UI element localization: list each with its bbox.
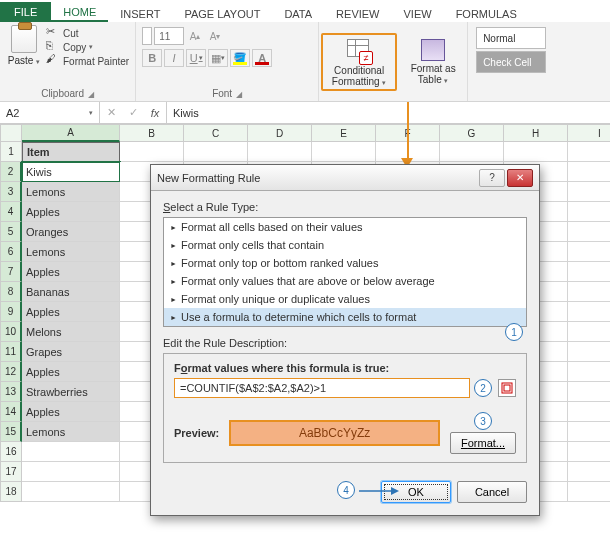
cell-A12[interactable]: Apples [22, 362, 120, 382]
column-header-I[interactable]: I [568, 124, 610, 142]
enter-entry-icon[interactable]: ✓ [122, 106, 144, 119]
cell-A10[interactable]: Melons [22, 322, 120, 342]
column-header-E[interactable]: E [312, 124, 376, 142]
cell-I12[interactable] [568, 362, 610, 382]
cell-A14[interactable]: Apples [22, 402, 120, 422]
copy-button[interactable]: Copy ▾ [46, 41, 129, 53]
row-header-18[interactable]: 18 [0, 482, 22, 502]
cell-A17[interactable] [22, 462, 120, 482]
tab-pagelayout[interactable]: PAGE LAYOUT [172, 4, 272, 22]
select-all-corner[interactable] [0, 124, 22, 142]
font-size-dropdown[interactable]: 11 [154, 27, 184, 45]
row-header-12[interactable]: 12 [0, 362, 22, 382]
borders-button[interactable]: ▦▾ [208, 49, 228, 67]
tab-file[interactable]: FILE [0, 2, 51, 22]
cell-A6[interactable]: Lemons [22, 242, 120, 262]
format-button[interactable]: Format... [450, 432, 516, 454]
cell-H1[interactable] [504, 142, 568, 162]
cell-A4[interactable]: Apples [22, 202, 120, 222]
column-header-H[interactable]: H [504, 124, 568, 142]
row-header-16[interactable]: 16 [0, 442, 22, 462]
cell-I6[interactable] [568, 242, 610, 262]
cell-E1[interactable] [312, 142, 376, 162]
dialog-titlebar[interactable]: New Formatting Rule ? ✕ [151, 165, 539, 191]
cell-B1[interactable] [120, 142, 184, 162]
cell-I16[interactable] [568, 442, 610, 462]
rule-type-option-0[interactable]: Format all cells based on their values [164, 218, 526, 236]
cell-A1[interactable]: Item [22, 142, 120, 162]
rule-type-option-1[interactable]: Format only cells that contain [164, 236, 526, 254]
dialog-help-button[interactable]: ? [479, 169, 505, 187]
cell-style-check-cell[interactable]: Check Cell [476, 51, 546, 73]
conditional-formatting-button[interactable]: ≠ Conditional Formatting ▾ [327, 37, 391, 87]
tab-view[interactable]: VIEW [392, 4, 444, 22]
row-header-11[interactable]: 11 [0, 342, 22, 362]
cell-I1[interactable] [568, 142, 610, 162]
row-header-1[interactable]: 1 [0, 142, 22, 162]
cell-I18[interactable] [568, 482, 610, 502]
cell-A7[interactable]: Apples [22, 262, 120, 282]
cell-A16[interactable] [22, 442, 120, 462]
column-header-G[interactable]: G [440, 124, 504, 142]
cell-G1[interactable] [440, 142, 504, 162]
rule-type-option-5[interactable]: Use a formula to determine which cells t… [164, 308, 526, 326]
cell-style-normal[interactable]: Normal [476, 27, 546, 49]
tab-formulas[interactable]: FORMULAS [444, 4, 529, 22]
bold-button[interactable]: B [142, 49, 162, 67]
format-as-table-button[interactable]: Format as Table ▾ [401, 39, 465, 85]
cell-C1[interactable] [184, 142, 248, 162]
cell-I2[interactable] [568, 162, 610, 182]
tab-data[interactable]: DATA [272, 4, 324, 22]
column-header-A[interactable]: A [22, 124, 120, 142]
cut-button[interactable]: Cut [46, 27, 129, 39]
name-box[interactable]: A2▾ [0, 102, 100, 123]
fx-icon[interactable]: fx [144, 107, 166, 119]
cell-A9[interactable]: Apples [22, 302, 120, 322]
row-header-4[interactable]: 4 [0, 202, 22, 222]
row-header-15[interactable]: 15 [0, 422, 22, 442]
cell-I9[interactable] [568, 302, 610, 322]
row-header-10[interactable]: 10 [0, 322, 22, 342]
column-header-C[interactable]: C [184, 124, 248, 142]
cell-I8[interactable] [568, 282, 610, 302]
cell-I3[interactable] [568, 182, 610, 202]
dialog-close-button[interactable]: ✕ [507, 169, 533, 187]
shrink-font-button[interactable]: A▾ [206, 27, 224, 45]
cell-I15[interactable] [568, 422, 610, 442]
fill-color-button[interactable]: 🪣 [230, 49, 250, 67]
column-header-D[interactable]: D [248, 124, 312, 142]
font-name-dropdown[interactable] [142, 27, 152, 45]
cell-A3[interactable]: Lemons [22, 182, 120, 202]
cell-A8[interactable]: Bananas [22, 282, 120, 302]
rule-type-option-3[interactable]: Format only values that are above or bel… [164, 272, 526, 290]
cell-I17[interactable] [568, 462, 610, 482]
cell-A5[interactable]: Oranges [22, 222, 120, 242]
cell-I5[interactable] [568, 222, 610, 242]
underline-button[interactable]: U▾ [186, 49, 206, 67]
row-header-17[interactable]: 17 [0, 462, 22, 482]
cell-I10[interactable] [568, 322, 610, 342]
row-header-6[interactable]: 6 [0, 242, 22, 262]
formula-bar[interactable]: Kiwis [167, 102, 610, 123]
format-painter-button[interactable]: Format Painter [46, 55, 129, 67]
cell-A2[interactable]: Kiwis [22, 162, 120, 182]
italic-button[interactable]: I [164, 49, 184, 67]
column-header-B[interactable]: B [120, 124, 184, 142]
cell-A18[interactable] [22, 482, 120, 502]
row-header-8[interactable]: 8 [0, 282, 22, 302]
cell-I13[interactable] [568, 382, 610, 402]
cancel-entry-icon[interactable]: ✕ [100, 106, 122, 119]
tab-home[interactable]: HOME [51, 2, 108, 22]
cancel-button[interactable]: Cancel [457, 481, 527, 503]
formula-input[interactable]: =COUNTIF($A$2:$A2,$A2)>1 [174, 378, 470, 398]
row-header-14[interactable]: 14 [0, 402, 22, 422]
cell-A15[interactable]: Lemons [22, 422, 120, 442]
rule-type-list[interactable]: Format all cells based on their valuesFo… [163, 217, 527, 327]
rule-type-option-2[interactable]: Format only top or bottom ranked values [164, 254, 526, 272]
row-header-7[interactable]: 7 [0, 262, 22, 282]
cell-D1[interactable] [248, 142, 312, 162]
cell-I11[interactable] [568, 342, 610, 362]
row-header-13[interactable]: 13 [0, 382, 22, 402]
row-header-2[interactable]: 2 [0, 162, 22, 182]
cell-I4[interactable] [568, 202, 610, 222]
